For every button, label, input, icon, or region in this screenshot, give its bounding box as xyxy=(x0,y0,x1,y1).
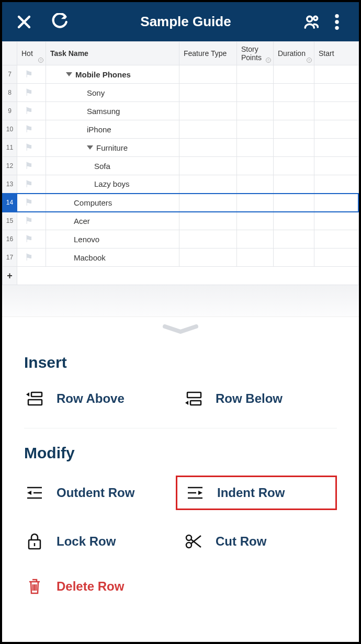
row-number[interactable]: 17 xyxy=(3,248,17,267)
duration-cell[interactable] xyxy=(274,139,314,157)
start-cell[interactable] xyxy=(314,139,359,157)
spreadsheet[interactable]: Hot Task Name Feature Type Story Points … xyxy=(2,41,359,285)
points-cell[interactable] xyxy=(237,120,274,139)
drag-handle[interactable] xyxy=(24,317,337,347)
feature-cell[interactable] xyxy=(179,194,237,212)
points-cell[interactable] xyxy=(237,175,274,194)
points-cell[interactable] xyxy=(237,139,274,157)
feature-cell[interactable] xyxy=(179,139,237,157)
task-cell[interactable]: Sony xyxy=(46,84,179,102)
start-cell[interactable] xyxy=(314,102,359,120)
hot-cell[interactable]: ⚑ xyxy=(17,157,46,175)
feature-cell[interactable] xyxy=(179,65,237,84)
start-cell[interactable] xyxy=(314,230,359,248)
feature-cell[interactable] xyxy=(179,157,237,175)
feature-cell[interactable] xyxy=(179,248,237,267)
row-below-button[interactable]: Row Below xyxy=(183,385,337,412)
col-header-hot[interactable]: Hot xyxy=(17,42,46,65)
task-cell[interactable]: Lenovo xyxy=(46,230,179,248)
feature-cell[interactable] xyxy=(179,230,237,248)
row-number[interactable]: 16 xyxy=(3,230,17,248)
task-cell[interactable]: Mobile Phones xyxy=(46,65,179,84)
task-cell[interactable]: iPhone xyxy=(46,120,179,139)
more-button[interactable] xyxy=(324,9,349,35)
col-header-feature[interactable]: Feature Type xyxy=(179,42,237,65)
cut-row-button[interactable]: Cut Row xyxy=(183,528,337,555)
row-number[interactable]: 15 xyxy=(3,212,17,230)
table-row[interactable]: 14⚑Computers xyxy=(3,194,359,212)
lock-row-button[interactable]: Lock Row xyxy=(24,528,178,555)
start-cell[interactable] xyxy=(314,194,359,212)
start-cell[interactable] xyxy=(314,84,359,102)
task-cell[interactable]: Macbook xyxy=(46,248,179,267)
share-button[interactable] xyxy=(299,9,324,35)
duration-cell[interactable] xyxy=(274,230,314,248)
hot-cell[interactable]: ⚑ xyxy=(17,102,46,120)
table-row[interactable]: 10⚑iPhone xyxy=(3,120,359,139)
duration-cell[interactable] xyxy=(274,157,314,175)
row-number[interactable]: 10 xyxy=(3,120,17,139)
col-header-points[interactable]: Story Points xyxy=(237,42,274,65)
points-cell[interactable] xyxy=(237,230,274,248)
start-cell[interactable] xyxy=(314,212,359,230)
task-cell[interactable]: Computers xyxy=(46,194,179,212)
duration-cell[interactable] xyxy=(274,120,314,139)
hot-cell[interactable]: ⚑ xyxy=(17,230,46,248)
caret-down-icon[interactable] xyxy=(87,145,93,150)
start-cell[interactable] xyxy=(314,65,359,84)
feature-cell[interactable] xyxy=(179,175,237,194)
points-cell[interactable] xyxy=(237,65,274,84)
points-cell[interactable] xyxy=(237,84,274,102)
table-row[interactable]: 8⚑Sony xyxy=(3,84,359,102)
table-row[interactable]: 12⚑Sofa xyxy=(3,157,359,175)
table-row[interactable]: 7⚑Mobile Phones xyxy=(3,65,359,84)
hot-cell[interactable]: ⚑ xyxy=(17,175,46,194)
hot-cell[interactable]: ⚑ xyxy=(17,248,46,267)
table-row[interactable]: 15⚑Acer xyxy=(3,212,359,230)
duration-cell[interactable] xyxy=(274,212,314,230)
col-header-rownum[interactable] xyxy=(3,42,17,65)
task-cell[interactable]: Sofa xyxy=(46,157,179,175)
points-cell[interactable] xyxy=(237,212,274,230)
feature-cell[interactable] xyxy=(179,102,237,120)
table-row[interactable]: 16⚑Lenovo xyxy=(3,230,359,248)
duration-cell[interactable] xyxy=(274,84,314,102)
feature-cell[interactable] xyxy=(179,212,237,230)
row-number[interactable]: 9 xyxy=(3,102,17,120)
indent-row-button[interactable]: Indent Row xyxy=(176,476,337,510)
feature-cell[interactable] xyxy=(179,120,237,139)
row-number[interactable]: 11 xyxy=(3,139,17,157)
hot-cell[interactable]: ⚑ xyxy=(17,84,46,102)
start-cell[interactable] xyxy=(314,157,359,175)
outdent-row-button[interactable]: Outdent Row xyxy=(24,476,178,510)
start-cell[interactable] xyxy=(314,248,359,267)
feature-cell[interactable] xyxy=(179,84,237,102)
start-cell[interactable] xyxy=(314,175,359,194)
table-row[interactable]: 11⚑Furniture xyxy=(3,139,359,157)
task-cell[interactable]: Lazy boys xyxy=(46,175,179,194)
row-above-button[interactable]: Row Above xyxy=(24,385,178,412)
close-button[interactable] xyxy=(12,9,37,35)
row-number[interactable]: 7 xyxy=(3,65,17,84)
delete-row-button[interactable]: Delete Row xyxy=(24,573,178,600)
add-row[interactable]: + xyxy=(3,267,359,285)
duration-cell[interactable] xyxy=(274,102,314,120)
hot-cell[interactable]: ⚑ xyxy=(17,212,46,230)
duration-cell[interactable] xyxy=(274,248,314,267)
hot-cell[interactable]: ⚑ xyxy=(17,139,46,157)
row-number[interactable]: 14 xyxy=(3,194,17,212)
points-cell[interactable] xyxy=(237,157,274,175)
start-cell[interactable] xyxy=(314,120,359,139)
duration-cell[interactable] xyxy=(274,175,314,194)
table-row[interactable]: 13⚑Lazy boys xyxy=(3,175,359,194)
col-header-task[interactable]: Task Name xyxy=(46,42,179,65)
hot-cell[interactable]: ⚑ xyxy=(17,120,46,139)
add-row-button[interactable]: + xyxy=(3,267,17,285)
task-cell[interactable]: Acer xyxy=(46,212,179,230)
col-header-duration[interactable]: Duration xyxy=(274,42,314,65)
table-row[interactable]: 9⚑Samsung xyxy=(3,102,359,120)
points-cell[interactable] xyxy=(237,248,274,267)
points-cell[interactable] xyxy=(237,102,274,120)
table-row[interactable]: 17⚑Macbook xyxy=(3,248,359,267)
hot-cell[interactable]: ⚑ xyxy=(17,65,46,84)
